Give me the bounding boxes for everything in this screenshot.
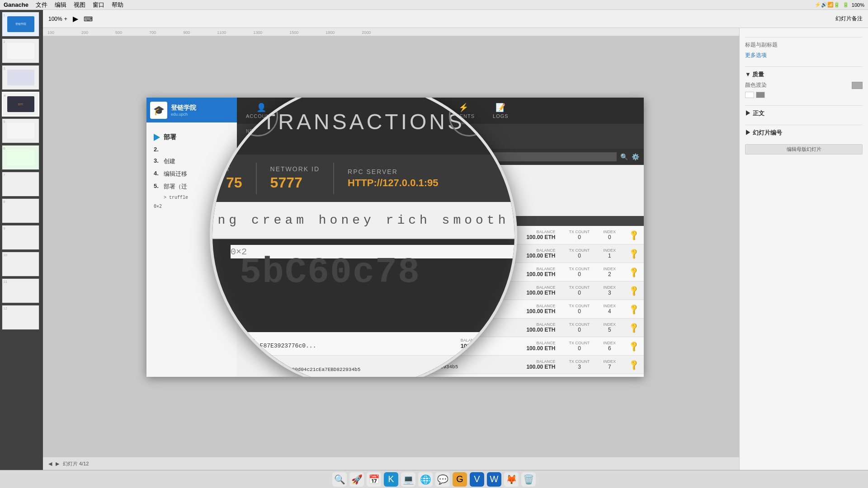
logo-text: 登链学院 <box>171 104 196 112</box>
step-text-4: 编辑迁移 <box>164 170 187 178</box>
toolbar-right-btn[interactable]: 幻灯片备注 <box>835 15 863 23</box>
thumb-num-10: 10 <box>3 253 7 257</box>
key-icon-0[interactable]: 🔑 <box>627 229 640 241</box>
thumb-num-7: 7 <box>3 173 5 177</box>
slide-thumb-5[interactable]: 5 <box>2 118 39 143</box>
mag-mnemonic-area: ng cream honey rich smooth <box>212 202 514 238</box>
slide-thumb-10[interactable]: 10 <box>2 252 39 277</box>
mag-rpc-label: RPC SERVER <box>348 168 439 175</box>
slide-thumb-9[interactable]: 9 <box>2 225 39 250</box>
menu-item-help[interactable]: 帮助 <box>112 1 123 9</box>
menu-status-icons: ⚡🔊📶🔋 <box>815 2 840 8</box>
color-gray-swatch[interactable] <box>756 92 765 98</box>
taskbar-terminal[interactable]: 💻 <box>401 472 415 487</box>
slide-thumb-3[interactable]: 3 <box>2 65 39 90</box>
settings-icon[interactable]: ⚙️ <box>632 153 639 160</box>
edit-master-btn[interactable]: 编辑母版幻灯片 <box>745 144 863 155</box>
taskbar-launchpad[interactable]: 🚀 <box>349 472 364 487</box>
slide-prev-btn[interactable]: ◀ <box>48 461 52 467</box>
slide-thumb-2[interactable]: 2 <box>2 38 39 63</box>
slide-thumb-4[interactable]: 4 5777 <box>2 92 39 117</box>
slide-thumbnails-panel: 1 登链学院 2 3 4 5777 5 6 7 8 9 <box>0 10 43 470</box>
mag-right-icon: ⬛ <box>449 98 490 136</box>
transition-row: 标题与副标题 <box>745 41 863 49</box>
mag-mnemonic-text: ng cream honey rich smooth <box>218 213 509 227</box>
thumb-num-11: 11 <box>3 280 7 284</box>
menu-bar-left: Ganache 文件 编辑 视图 窗口 帮助 <box>4 1 123 9</box>
quality-title: ▼ 质量 <box>745 70 764 79</box>
menu-item-view[interactable]: 视图 <box>74 1 85 9</box>
key-icon-4[interactable]: 🔑 <box>627 303 640 315</box>
color-swatch-row <box>745 92 863 98</box>
mag-network-id-value: 5777 <box>270 174 320 191</box>
mag-left-stat: T 75 <box>226 165 242 191</box>
taskbar-ganache[interactable]: G <box>453 472 467 487</box>
right-panel: 标题与副标题 更多选项 ▼ 质量 颜色渡染 ▶ 正文 <box>739 28 868 470</box>
menu-time: 🔋 <box>843 2 849 8</box>
slide-canvas-area: 🎓 登链学院 edu.upch 👤 ACCOUNTS ⬛ BLOCKS 📋 <box>51 36 739 438</box>
key-icon-2[interactable]: 🔑 <box>627 266 640 278</box>
mag-left-stat-label: T <box>226 165 242 173</box>
key-icon-1[interactable]: 🔑 <box>627 247 640 260</box>
acct-txcount-1: TX COUNT 0 <box>569 248 590 259</box>
deploy-play-icon <box>154 134 160 141</box>
slide-thumb-8[interactable]: 8 <box>2 198 39 223</box>
menu-item-file[interactable]: 文件 <box>36 1 47 9</box>
thumb-num-9: 9 <box>3 226 5 230</box>
mag-rpc-value: HTTP://127.0.0.1:95 <box>348 177 439 189</box>
right-panel-quality: ▼ 质量 颜色渡染 <box>745 70 863 98</box>
zoom-control[interactable]: 100% + <box>48 16 67 22</box>
logo-text-area: 登链学院 edu.upch <box>171 104 196 117</box>
logo-icon: 🎓 <box>150 102 167 119</box>
step-num-3: 3. <box>154 157 162 164</box>
taskbar-chrome[interactable]: 🌐 <box>418 472 433 487</box>
key-icon-6[interactable]: 🔑 <box>627 340 640 352</box>
slide-thumb-1[interactable]: 1 登链学院 <box>2 12 39 37</box>
taskbar-keynote[interactable]: K <box>384 472 398 487</box>
acct-index-1: INDEX 1 <box>603 248 616 259</box>
mag-network-bar: T 75 NETWORK ID 5777 RPC SERVER HTTP://1… <box>212 155 514 202</box>
play-btn[interactable]: ▶ <box>73 14 78 23</box>
taskbar-finder[interactable]: 🔍 <box>332 472 347 487</box>
taskbar-calendar[interactable]: 📅 <box>367 472 381 487</box>
taskbar-weixin[interactable]: 💬 <box>435 472 450 487</box>
mag-left-icon-glyph: ⬙ <box>252 108 264 125</box>
taskbar-word[interactable]: W <box>487 472 501 487</box>
expand-section-quality: ▼ 质量 <box>745 70 863 79</box>
slide-thumb-6[interactable]: 6 <box>2 145 39 170</box>
taskbar-vscode[interactable]: V <box>470 472 484 487</box>
acct-balance-1: BALANCE 100.00 ETH <box>526 248 555 259</box>
more-options-btn[interactable]: 更多选项 <box>745 52 863 59</box>
menu-app-name[interactable]: Ganache <box>4 1 28 8</box>
menu-bar-right: ⚡🔊📶🔋 🔋 100% <box>815 2 864 8</box>
taskbar-firefox[interactable]: 🦊 <box>504 472 519 487</box>
step-text-5: 部署（迁 <box>164 183 187 191</box>
slide-next-btn[interactable]: ▶ <box>56 461 59 467</box>
menu-item-window[interactable]: 窗口 <box>93 1 104 9</box>
color-white-swatch[interactable] <box>745 92 754 98</box>
keynote-btn[interactable]: ⌨ <box>84 15 93 23</box>
menu-item-edit[interactable]: 编辑 <box>55 1 66 9</box>
acct-right-1: BALANCE 100.00 ETH TX COUNT 0 INDEX 1 <box>526 248 638 259</box>
acct-txcount-0: TX COUNT 0 <box>569 230 590 240</box>
color-swatch[interactable] <box>852 82 863 89</box>
slide-thumb-12[interactable]: 12 <box>2 305 39 330</box>
step-num-5: 5. <box>154 183 162 189</box>
mag-acct-bal-2: 100.00 ETH <box>461 366 492 373</box>
mag-transactions-title: TRANSACTIONS <box>262 109 465 134</box>
text-section-title: ▶ 正文 <box>745 109 764 117</box>
slide-thumb-11[interactable]: 11 <box>2 278 39 303</box>
key-icon-5[interactable]: 🔑 <box>627 321 640 334</box>
expand-section-text: ▶ 正文 <box>745 109 863 117</box>
search-icon[interactable]: 🔍 <box>620 153 628 160</box>
presentation-slide: 🎓 登链学院 edu.upch 👤 ACCOUNTS ⬛ BLOCKS 📋 <box>146 98 644 377</box>
right-panel-slidenum: ▶ 幻灯片编号 <box>745 129 863 137</box>
slide-thumb-7[interactable]: 7 <box>2 172 39 197</box>
key-icon-3[interactable]: 🔑 <box>627 284 640 297</box>
key-icon-7[interactable]: 🔑 <box>627 358 640 371</box>
taskbar: 🔍 🚀 📅 K 💻 🌐 💬 G V W 🦊 🗑️ <box>0 470 868 488</box>
taskbar-trash[interactable]: 🗑️ <box>521 472 536 487</box>
zoom-plus-btn[interactable]: + <box>64 16 67 22</box>
step-text-3: 创建 <box>164 157 175 165</box>
step-num-4: 4. <box>154 170 162 177</box>
